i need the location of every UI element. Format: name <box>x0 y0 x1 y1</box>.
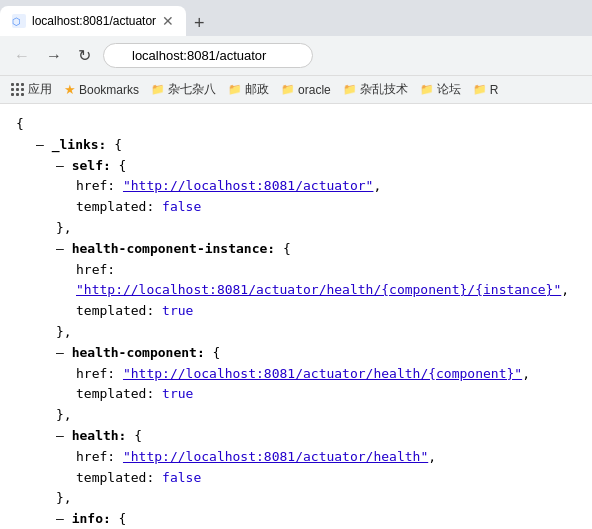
json-line: }, <box>16 405 576 426</box>
json-link[interactable]: "http://localhost:8081/actuator/health" <box>123 449 428 464</box>
bookmark-zazaqiba[interactable]: 📁 杂七杂八 <box>148 80 219 99</box>
bookmark-label: 论坛 <box>437 81 461 98</box>
apps-label: 应用 <box>28 81 52 98</box>
json-line: templated: false <box>16 197 576 218</box>
address-wrapper: ⓘ <box>103 43 582 68</box>
tab-bar: localhost:8081/actuator ✕ + <box>0 0 592 36</box>
tab-favicon <box>12 14 26 28</box>
json-line: templated: true <box>16 384 576 405</box>
active-tab[interactable]: localhost:8081/actuator ✕ <box>0 6 186 36</box>
json-line: href: "http://localhost:8081/actuator", <box>16 176 576 197</box>
bookmark-label: 杂七杂八 <box>168 81 216 98</box>
folder-icon: 📁 <box>420 83 434 96</box>
bookmark-label: R <box>490 83 499 97</box>
bookmarks-bar: 应用 ★ Bookmarks 📁 杂七杂八 📁 邮政 📁 oracle 📁 杂乱… <box>0 76 592 104</box>
json-line: – info: { <box>16 509 576 529</box>
bookmark-youzheng[interactable]: 📁 邮政 <box>225 80 272 99</box>
apps-icon <box>11 83 25 97</box>
json-line: – health: { <box>16 426 576 447</box>
json-line: – self: { <box>16 156 576 177</box>
json-line: templated: false <box>16 468 576 489</box>
json-line: }, <box>16 322 576 343</box>
json-line: templated: true <box>16 301 576 322</box>
address-input[interactable] <box>103 43 313 68</box>
tab-close-button[interactable]: ✕ <box>162 14 174 28</box>
address-bar: ← → ↻ ⓘ <box>0 36 592 76</box>
json-line: href: "http://localhost:8081/actuator/he… <box>16 260 576 302</box>
folder-icon: 📁 <box>343 83 357 96</box>
json-line: { <box>16 114 576 135</box>
new-tab-button[interactable]: + <box>186 13 213 34</box>
back-button[interactable]: ← <box>10 45 34 67</box>
apps-menu-button[interactable]: 应用 <box>8 80 55 99</box>
bookmarks-label: Bookmarks <box>79 83 139 97</box>
bookmark-luntan[interactable]: 📁 论坛 <box>417 80 464 99</box>
json-link[interactable]: "http://localhost:8081/actuator" <box>123 178 373 193</box>
forward-button[interactable]: → <box>42 45 66 67</box>
folder-icon: 📁 <box>473 83 487 96</box>
bookmark-label: 邮政 <box>245 81 269 98</box>
folder-icon: 📁 <box>151 83 165 96</box>
json-line: href: "http://localhost:8081/actuator/he… <box>16 447 576 468</box>
browser-frame: localhost:8081/actuator ✕ + ← → ↻ ⓘ 应用 ★… <box>0 0 592 529</box>
folder-icon: 📁 <box>281 83 295 96</box>
bookmark-r[interactable]: 📁 R <box>470 82 502 98</box>
bookmark-oracle[interactable]: 📁 oracle <box>278 82 334 98</box>
folder-icon: 📁 <box>228 83 242 96</box>
bookmark-label: oracle <box>298 83 331 97</box>
reload-button[interactable]: ↻ <box>74 44 95 67</box>
json-line: – health-component-instance: { <box>16 239 576 260</box>
json-line: – _links: { <box>16 135 576 156</box>
content-area: {– _links: {– self: { href: "http://loca… <box>0 104 592 529</box>
bookmarks-button[interactable]: ★ Bookmarks <box>61 81 142 98</box>
bookmark-zaluanjishu[interactable]: 📁 杂乱技术 <box>340 80 411 99</box>
tab-title: localhost:8081/actuator <box>32 14 156 28</box>
json-line: href: "http://localhost:8081/actuator/he… <box>16 364 576 385</box>
json-link[interactable]: "http://localhost:8081/actuator/health/{… <box>123 366 522 381</box>
star-icon: ★ <box>64 82 76 97</box>
json-link[interactable]: "http://localhost:8081/actuator/health/{… <box>76 282 561 297</box>
json-line: }, <box>16 488 576 509</box>
json-line: – health-component: { <box>16 343 576 364</box>
bookmark-label: 杂乱技术 <box>360 81 408 98</box>
json-line: }, <box>16 218 576 239</box>
